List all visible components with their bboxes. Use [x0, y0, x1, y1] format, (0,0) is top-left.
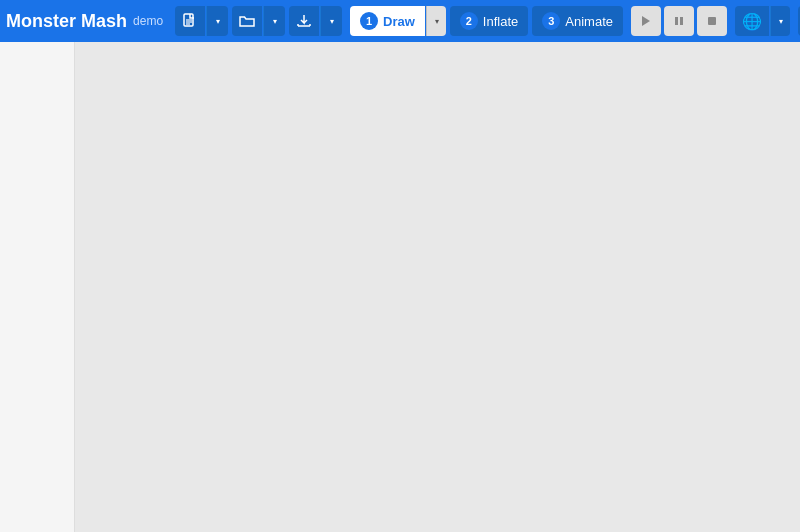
play-icon [640, 15, 652, 27]
inflate-step-button[interactable]: 2 Inflate [450, 6, 528, 36]
new-button-group: ▾ [175, 6, 228, 36]
left-panel [0, 42, 75, 532]
open-button-group: ▾ [232, 6, 285, 36]
playback-group [631, 6, 727, 36]
language-dropdown-button[interactable]: ▾ [770, 6, 790, 36]
svg-rect-10 [708, 17, 716, 25]
inflate-step-badge: 2 [460, 12, 478, 30]
pause-button[interactable] [664, 6, 694, 36]
draw-step-group: 1 Draw ▾ [350, 6, 446, 36]
globe-icon: 🌐 [742, 12, 762, 31]
save-button-group: ▾ [289, 6, 342, 36]
save-dropdown-button[interactable]: ▾ [320, 6, 342, 36]
play-button[interactable] [631, 6, 661, 36]
inflate-step-label: Inflate [483, 14, 518, 29]
new-button[interactable] [175, 6, 205, 36]
pause-icon [673, 15, 685, 27]
draw-step-label: Draw [383, 14, 415, 29]
chevron-down-icon: ▾ [216, 17, 220, 26]
main-area [0, 42, 800, 532]
language-button[interactable]: 🌐 [735, 6, 769, 36]
open-dropdown-button[interactable]: ▾ [263, 6, 285, 36]
stop-button[interactable] [697, 6, 727, 36]
open-button[interactable] [232, 6, 262, 36]
chevron-down-icon: ▾ [779, 17, 783, 26]
animate-step-button[interactable]: 3 Animate [532, 6, 623, 36]
draw-step-dropdown[interactable]: ▾ [426, 6, 446, 36]
canvas-area[interactable] [75, 42, 800, 532]
language-button-group: 🌐 ▾ [735, 6, 790, 36]
chevron-down-icon: ▾ [435, 17, 439, 26]
chevron-down-icon: ▾ [330, 17, 334, 26]
draw-step-button[interactable]: 1 Draw [350, 6, 425, 36]
save-icon [296, 13, 312, 29]
svg-rect-9 [680, 17, 683, 25]
draw-step-badge: 1 [360, 12, 378, 30]
new-dropdown-button[interactable]: ▾ [206, 6, 228, 36]
new-doc-icon [182, 13, 198, 29]
svg-rect-8 [675, 17, 678, 25]
chevron-down-icon: ▾ [273, 17, 277, 26]
save-button[interactable] [289, 6, 319, 36]
app-demo-label: demo [133, 14, 163, 28]
folder-icon [239, 13, 255, 29]
animate-step-badge: 3 [542, 12, 560, 30]
stop-icon [706, 15, 718, 27]
toolbar: Monster Mash demo ▾ ▾ [0, 0, 800, 42]
svg-marker-7 [642, 16, 650, 26]
app-title: Monster Mash [6, 11, 127, 32]
animate-step-label: Animate [565, 14, 613, 29]
